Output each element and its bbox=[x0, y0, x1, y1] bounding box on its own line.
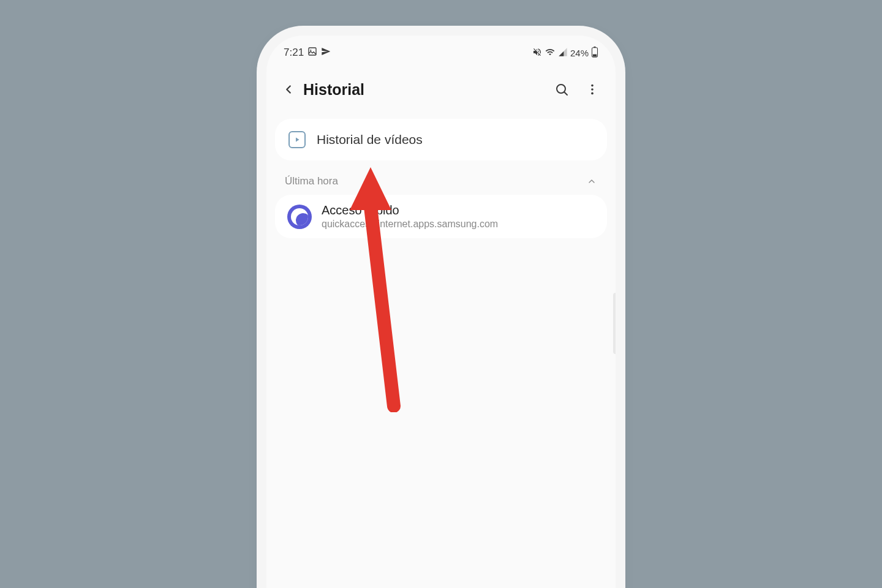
phone-frame: 7:21 24% Hist bbox=[266, 36, 616, 588]
svg-point-8 bbox=[591, 88, 594, 91]
power-button bbox=[613, 293, 616, 354]
chevron-up-icon bbox=[586, 176, 597, 187]
send-icon bbox=[321, 47, 331, 59]
history-item-title: Acceso rápido bbox=[322, 203, 498, 217]
samsung-internet-icon bbox=[287, 205, 312, 229]
svg-point-1 bbox=[310, 50, 311, 51]
video-history-card[interactable]: Historial de vídeos bbox=[275, 119, 607, 160]
mute-icon bbox=[532, 47, 542, 59]
image-icon bbox=[307, 47, 317, 59]
search-button[interactable] bbox=[552, 80, 571, 99]
svg-line-6 bbox=[564, 92, 567, 95]
history-item-texts: Acceso rápido quickaccess.internet.apps.… bbox=[322, 203, 498, 230]
svg-rect-3 bbox=[594, 47, 596, 48]
app-bar: Historial bbox=[266, 65, 616, 114]
section-label: Última hora bbox=[285, 175, 338, 187]
battery-icon bbox=[591, 47, 598, 59]
history-item[interactable]: Acceso rápido quickaccess.internet.apps.… bbox=[275, 195, 607, 238]
back-button[interactable] bbox=[277, 78, 300, 100]
status-bar: 7:21 24% bbox=[266, 36, 616, 65]
battery-percent: 24% bbox=[570, 48, 589, 58]
signal-icon bbox=[558, 47, 568, 59]
status-time: 7:21 bbox=[284, 47, 304, 59]
section-header[interactable]: Última hora bbox=[266, 165, 616, 194]
svg-point-9 bbox=[591, 92, 594, 95]
status-left: 7:21 bbox=[284, 47, 331, 59]
wifi-icon bbox=[545, 47, 556, 59]
video-play-icon bbox=[288, 131, 306, 148]
svg-rect-4 bbox=[593, 54, 597, 56]
status-right: 24% bbox=[532, 47, 598, 59]
svg-rect-0 bbox=[309, 48, 316, 55]
more-button[interactable] bbox=[582, 80, 602, 99]
page-title: Historial bbox=[303, 81, 552, 99]
history-item-url: quickaccess.internet.apps.samsung.com bbox=[322, 219, 498, 230]
svg-point-7 bbox=[591, 85, 594, 87]
video-history-label: Historial de vídeos bbox=[317, 132, 423, 147]
